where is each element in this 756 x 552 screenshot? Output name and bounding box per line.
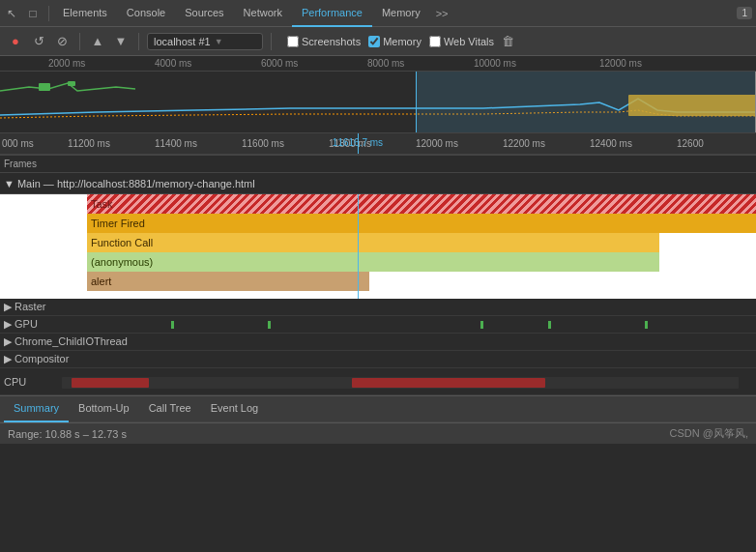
- frames-label: Frames: [4, 159, 37, 169]
- compositor-section[interactable]: ▶ Compositor: [0, 351, 756, 368]
- tab-icons: ↖ □: [4, 6, 49, 21]
- toolbar-separator: [79, 33, 80, 50]
- status-bar: Range: 10.88 s – 12.73 s CSDN @风筝风,: [0, 422, 756, 444]
- tab-memory[interactable]: Memory: [372, 0, 430, 27]
- task-bar: [87, 194, 756, 214]
- timeline-tracks: [0, 72, 756, 133]
- timer-fired-row: Timer Fired: [0, 214, 756, 233]
- inspect-icon[interactable]: □: [25, 6, 41, 21]
- detail-ruler: 000 ms 11200 ms 11400 ms 11600 ms 11800 …: [0, 133, 756, 155]
- tab-elements[interactable]: Elements: [53, 0, 117, 27]
- webvitals-checkbox-input[interactable]: [429, 36, 441, 47]
- toolbar: ● ↺ ⊘ ▲ ▼ localhost #1 ▼ Screenshots Mem…: [0, 27, 756, 56]
- compositor-label: ▶ Compositor: [4, 353, 69, 365]
- screenshots-checkbox[interactable]: Screenshots: [287, 36, 361, 47]
- main-title: ▼ Main — http://localhost:8881/memory-ch…: [4, 178, 255, 189]
- detail-tick-2: 11400 ms: [155, 138, 197, 149]
- gpu-dot-3: [548, 321, 551, 329]
- gpu-section[interactable]: ▶ GPU: [0, 316, 756, 334]
- screenshots-label: Screenshots: [302, 36, 361, 47]
- timer-fired-label: Timer Fired: [91, 218, 145, 229]
- cpu-section: CPU: [0, 368, 756, 395]
- cursor-line-overview: [416, 72, 417, 133]
- function-call-row: Function Call: [0, 233, 756, 252]
- toolbar-separator-3: [271, 33, 272, 50]
- stop-button[interactable]: ⊘: [52, 32, 72, 51]
- detail-area: 000 ms 11200 ms 11400 ms 11600 ms 11800 …: [0, 133, 756, 156]
- tab-call-tree[interactable]: Call Tree: [139, 395, 201, 422]
- ruler-tick-2: 6000 ms: [261, 58, 298, 69]
- ruler-tick-0: 2000 ms: [48, 58, 85, 69]
- section-rows: ▶ Raster ▶ GPU ▶ Chrome_ChildIOThread ▶ …: [0, 299, 756, 368]
- gpu-label: ▶ GPU: [4, 318, 38, 331]
- watermark: CSDN @风筝风,: [670, 426, 748, 441]
- anonymous-label: (anonymous): [91, 256, 153, 268]
- gpu-dot-1: [268, 321, 271, 329]
- reload-button[interactable]: ↺: [29, 32, 48, 51]
- checkbox-group: Screenshots Memory Web Vitals: [287, 36, 494, 47]
- alert-label: alert: [91, 276, 111, 287]
- detail-tick-3: 11600 ms: [242, 138, 284, 149]
- toolbar-separator-2: [138, 33, 139, 50]
- detail-tick-1: 11200 ms: [68, 138, 110, 149]
- flame-chart: Task Timer Fired Function Call (anonymou…: [0, 194, 756, 299]
- gpu-dot-0: [171, 321, 174, 329]
- task-row: Task: [0, 194, 756, 214]
- tab-bottom-up[interactable]: Bottom-Up: [69, 395, 139, 422]
- flame-cursor-line: [358, 194, 359, 299]
- detail-tick-7: 12400 ms: [590, 138, 632, 149]
- record-button[interactable]: ●: [6, 32, 25, 51]
- webvitals-checkbox[interactable]: Web Vitals: [429, 36, 494, 47]
- anonymous-row: (anonymous): [0, 252, 756, 272]
- svg-rect-0: [39, 83, 50, 91]
- url-bar: localhost #1 ▼: [147, 33, 263, 50]
- status-range: Range: 10.88 s – 12.73 s: [8, 428, 127, 440]
- frames-bar: Frames: [0, 156, 756, 173]
- ruler-tick-1: 4000 ms: [155, 58, 191, 69]
- cursor-icon[interactable]: ↖: [4, 6, 19, 21]
- detail-tick-6: 12200 ms: [503, 138, 545, 149]
- main-section-header[interactable]: ▼ Main — http://localhost:8881/memory-ch…: [0, 173, 756, 194]
- download-button[interactable]: ▼: [111, 32, 131, 51]
- memory-checkbox[interactable]: Memory: [368, 36, 422, 47]
- ruler-tick-3: 8000 ms: [367, 58, 404, 69]
- cpu-label: CPU: [4, 376, 62, 388]
- raster-section[interactable]: ▶ Raster: [0, 299, 756, 316]
- detail-tick-5: 12000 ms: [416, 138, 458, 149]
- tab-performance[interactable]: Performance: [292, 0, 372, 27]
- childio-section[interactable]: ▶ Chrome_ChildIOThread: [0, 334, 756, 351]
- detail-tick-8: 12600: [677, 138, 704, 149]
- ruler-tick-5: 12000 ms: [599, 58, 642, 69]
- svg-rect-5: [352, 378, 545, 388]
- childio-label: ▶ Chrome_ChildIOThread: [4, 335, 128, 348]
- memory-label: Memory: [383, 36, 422, 47]
- memory-checkbox-input[interactable]: [368, 36, 380, 47]
- tab-badge: 1: [737, 7, 752, 19]
- selection-overlay[interactable]: [416, 72, 756, 133]
- ruler-tick-4: 10000 ms: [474, 58, 516, 69]
- svg-rect-1: [68, 81, 75, 86]
- svg-rect-4: [72, 378, 149, 388]
- url-dropdown-arrow[interactable]: ▼: [215, 37, 223, 46]
- tab-summary[interactable]: Summary: [4, 395, 69, 422]
- tab-event-log[interactable]: Event Log: [201, 395, 269, 422]
- screenshots-checkbox-input[interactable]: [287, 36, 299, 47]
- gpu-track: [45, 316, 756, 334]
- raster-label: ▶ Raster: [4, 301, 45, 313]
- webvitals-label: Web Vitals: [444, 36, 494, 47]
- anonymous-bar: [87, 252, 659, 272]
- timeline-overview[interactable]: 2000 ms 4000 ms 6000 ms 8000 ms 10000 ms…: [0, 56, 756, 133]
- timeline-ruler: 2000 ms 4000 ms 6000 ms 8000 ms 10000 ms…: [0, 56, 756, 72]
- task-label: Task: [91, 198, 113, 210]
- tab-network[interactable]: Network: [234, 0, 292, 27]
- clear-button[interactable]: 🗑: [502, 34, 514, 48]
- tab-console[interactable]: Console: [117, 0, 175, 27]
- alert-row: alert: [0, 272, 756, 291]
- tab-sources[interactable]: Sources: [175, 0, 233, 27]
- alert-bar: [87, 272, 369, 291]
- tabs-bar: ↖ □ Elements Console Sources Network Per…: [0, 0, 756, 27]
- detail-cursor-label: 11616.7 ms: [333, 137, 383, 148]
- more-tabs-button[interactable]: >>: [430, 8, 454, 19]
- gpu-dot-2: [480, 321, 483, 329]
- upload-button[interactable]: ▲: [88, 32, 107, 51]
